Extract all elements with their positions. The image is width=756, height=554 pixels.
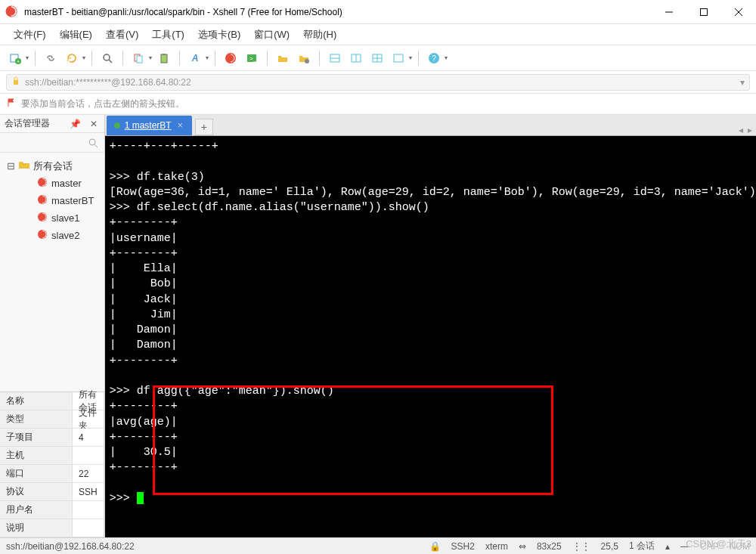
chevron-down-icon[interactable]: ▾ bbox=[740, 77, 745, 88]
svg-point-8 bbox=[104, 54, 110, 60]
close-panel-icon[interactable]: ✕ bbox=[88, 119, 100, 129]
prop-key: 说明 bbox=[0, 519, 73, 537]
help-icon[interactable]: ? bbox=[425, 49, 443, 67]
tree-root[interactable]: ⊟ 所有会话 bbox=[3, 157, 101, 175]
svg-point-33 bbox=[38, 212, 47, 221]
tree-item-masterbt[interactable]: masterBT bbox=[3, 192, 101, 209]
reconnect-icon[interactable] bbox=[63, 49, 81, 67]
session-tree: ⊟ 所有会话 master masterBT slave1 bbox=[0, 153, 104, 392]
spiral-icon[interactable] bbox=[222, 49, 240, 67]
menu-view[interactable]: 查看(V) bbox=[100, 25, 144, 45]
dropdown-icon[interactable]: ▾ bbox=[206, 54, 209, 61]
tree-item-slave1[interactable]: slave1 bbox=[3, 209, 101, 227]
svg-text:+: + bbox=[17, 59, 20, 64]
terminal-icon[interactable]: >_ bbox=[243, 49, 261, 67]
paste-icon[interactable] bbox=[155, 49, 173, 67]
window-title: masterBT - beitian@panli:/usr/local/spar… bbox=[24, 7, 652, 17]
tab-label: 1 masterBT bbox=[125, 120, 172, 131]
svg-point-29 bbox=[89, 139, 95, 145]
title-bar: masterBT - beitian@panli:/usr/local/spar… bbox=[0, 0, 756, 24]
svg-line-9 bbox=[109, 60, 112, 63]
sidebar-search[interactable] bbox=[0, 133, 104, 153]
dropdown-icon[interactable]: ▾ bbox=[149, 54, 152, 61]
session-icon bbox=[36, 211, 48, 225]
tab-next-icon[interactable]: ▸ bbox=[748, 125, 752, 135]
svg-point-17 bbox=[305, 59, 309, 63]
menu-tools[interactable]: 工具(T) bbox=[146, 25, 191, 45]
prop-key: 协议 bbox=[0, 483, 73, 500]
flag-icon bbox=[6, 97, 17, 110]
svg-rect-25 bbox=[394, 54, 403, 62]
font-icon[interactable]: A bbox=[186, 49, 204, 67]
status-size-icon: ⇔ bbox=[519, 541, 526, 552]
tab-add-button[interactable]: + bbox=[195, 119, 213, 135]
tab-bar: 1 masterBT × + ◂ ▸ ▾ bbox=[105, 115, 756, 136]
property-grid: 名称所有会话 类型文件夹 子项目4 主机 端口22 协议SSH 用户名 说明 bbox=[0, 392, 104, 537]
svg-rect-11 bbox=[137, 56, 142, 63]
copy-icon[interactable] bbox=[129, 49, 147, 67]
maximize-button[interactable] bbox=[686, 0, 721, 24]
tree-item-master[interactable]: master bbox=[3, 175, 101, 192]
prop-val: 22 bbox=[73, 465, 104, 482]
menu-tabs[interactable]: 选项卡(B) bbox=[192, 25, 246, 45]
prop-val: 4 bbox=[73, 429, 104, 446]
dropdown-icon[interactable]: ▾ bbox=[409, 54, 412, 61]
tab-nav: ◂ ▸ ▾ bbox=[733, 125, 756, 135]
prop-val bbox=[73, 447, 104, 464]
svg-point-34 bbox=[38, 230, 47, 239]
sidebar-header: 会话管理器 📌 ✕ bbox=[0, 115, 104, 133]
prop-key: 子项目 bbox=[0, 429, 73, 446]
session-manager-panel: 会话管理器 📌 ✕ ⊟ 所有会话 master masterBT bbox=[0, 115, 105, 537]
layout2-icon[interactable] bbox=[347, 49, 365, 67]
svg-point-31 bbox=[38, 178, 47, 187]
new-session-icon[interactable]: + bbox=[6, 49, 24, 67]
tab-masterbt[interactable]: 1 masterBT × bbox=[107, 116, 192, 135]
minimize-button[interactable] bbox=[652, 0, 686, 24]
status-pos: 25,5 bbox=[601, 541, 618, 552]
tree-item-slave2[interactable]: slave2 bbox=[3, 227, 101, 244]
dropdown-icon[interactable]: ▾ bbox=[82, 54, 85, 61]
tab-close-icon[interactable]: × bbox=[176, 120, 184, 131]
folder-lock-icon[interactable] bbox=[295, 49, 313, 67]
status-sessions: 1 会话 bbox=[629, 540, 655, 552]
tab-prev-icon[interactable]: ◂ bbox=[739, 125, 743, 135]
link-icon[interactable] bbox=[42, 49, 60, 67]
prop-key: 类型 bbox=[0, 410, 73, 428]
session-icon bbox=[36, 228, 48, 243]
address-field[interactable]: ssh://beitian:**********@192.168.64.80:2… bbox=[6, 74, 750, 91]
layout4-icon[interactable] bbox=[389, 49, 407, 67]
status-dash: — bbox=[680, 541, 689, 552]
status-connection: ssh://beitian@192.168.64.80:22 bbox=[6, 541, 135, 552]
status-term: xterm bbox=[485, 541, 508, 552]
sidebar-title: 会话管理器 bbox=[5, 117, 63, 130]
prop-key: 用户名 bbox=[0, 501, 73, 518]
pin-icon[interactable]: 📌 bbox=[67, 119, 83, 129]
prop-key: 端口 bbox=[0, 465, 73, 482]
close-button[interactable] bbox=[721, 0, 756, 24]
layout1-icon[interactable] bbox=[326, 49, 344, 67]
toolbar: + ▾ ▾ ▾ A ▾ >_ ▾ ? ▾ bbox=[0, 45, 756, 71]
status-size: 83x25 bbox=[537, 541, 562, 552]
folder-icon bbox=[18, 159, 30, 173]
hint-text: 要添加当前会话，点击左侧的箭头按钮。 bbox=[21, 97, 184, 110]
search-icon[interactable] bbox=[98, 49, 116, 67]
prop-val: SSH bbox=[73, 483, 104, 500]
tree-item-label: master bbox=[51, 178, 82, 189]
status-cap: CAP bbox=[700, 541, 719, 552]
dropdown-icon[interactable]: ▾ bbox=[26, 54, 29, 61]
hint-bar: 要添加当前会话，点击左侧的箭头按钮。 bbox=[0, 94, 756, 115]
menu-file[interactable]: 文件(F) bbox=[8, 25, 52, 45]
svg-rect-13 bbox=[163, 54, 166, 55]
folder-icon[interactable] bbox=[274, 49, 292, 67]
status-sessions-icon[interactable]: ▴ bbox=[665, 541, 670, 552]
menu-edit[interactable]: 编辑(E) bbox=[54, 25, 98, 45]
menu-window[interactable]: 窗口(W) bbox=[248, 25, 296, 45]
prop-key: 名称 bbox=[0, 392, 73, 410]
app-icon bbox=[5, 5, 20, 20]
session-icon bbox=[36, 193, 48, 208]
terminal[interactable]: +----+---+-----+ >>> df.take(3) [Row(age… bbox=[105, 136, 756, 537]
collapse-icon[interactable]: ⊟ bbox=[6, 160, 15, 172]
layout3-icon[interactable] bbox=[368, 49, 386, 67]
dropdown-icon[interactable]: ▾ bbox=[445, 54, 448, 61]
menu-help[interactable]: 帮助(H) bbox=[297, 25, 342, 45]
